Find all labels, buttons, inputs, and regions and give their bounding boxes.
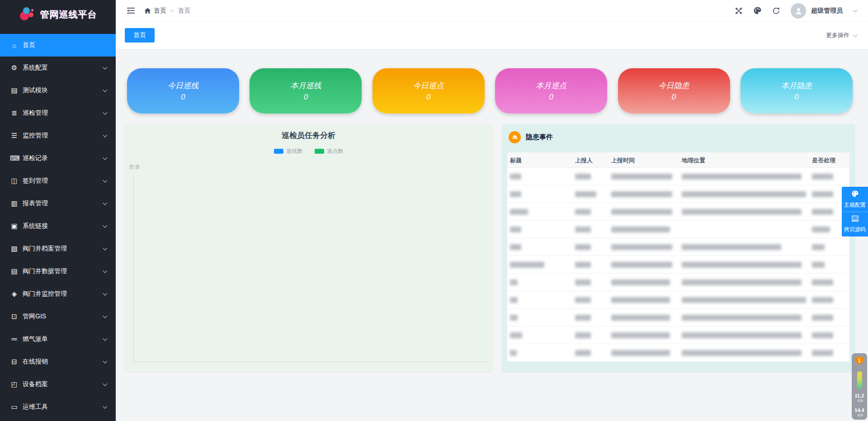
chevron-down-icon xyxy=(103,223,107,228)
redacted-cell xyxy=(682,262,802,268)
redacted-cell xyxy=(611,244,672,250)
redacted-cell xyxy=(575,227,591,232)
sidebar-item-report-mgmt[interactable]: ▥报表管理 xyxy=(0,192,116,215)
table-row[interactable] xyxy=(507,185,849,203)
redacted-cell xyxy=(812,350,833,356)
sidebar-item-system-links[interactable]: ▣系统链接 xyxy=(0,215,116,237)
user-menu-chevron-icon[interactable] xyxy=(853,8,858,12)
stat-card-value: 0 xyxy=(794,93,798,102)
archive-icon: ▤ xyxy=(10,86,19,95)
sidebar-item-device-archive[interactable]: ◰设备档案 xyxy=(0,373,116,396)
sidebar-item-ops-tools[interactable]: ▭运维工具 xyxy=(0,396,116,418)
stat-card-label: 今日巡点 xyxy=(413,80,444,91)
cube-icon: ▣ xyxy=(10,222,19,230)
table-row[interactable] xyxy=(507,168,849,185)
sidebar-item-label: 系统配置 xyxy=(23,64,48,72)
floating-button-label: 拷贝源码 xyxy=(844,226,866,233)
sidebar-item-label: 燃气派单 xyxy=(23,335,48,343)
sidebar-item-inspection-records[interactable]: ⌨巡检记录 xyxy=(0,147,116,170)
column-header: 标题 xyxy=(510,156,522,165)
table-row[interactable] xyxy=(507,203,849,221)
redacted-cell xyxy=(575,191,596,197)
book-icon: ◫ xyxy=(10,177,19,185)
copy-source-button[interactable]: 拷贝源码 xyxy=(842,212,868,237)
sidebar-item-label: 测试模块 xyxy=(23,86,48,95)
chevron-down-icon xyxy=(103,110,107,115)
table-row[interactable] xyxy=(507,344,849,362)
table-row[interactable] xyxy=(507,221,849,238)
net-speed-widget[interactable]: 1 11.2 ↑K/s 14.4 ↓K/s xyxy=(852,353,867,420)
logo-icon xyxy=(19,6,35,23)
fullscreen-icon[interactable] xyxy=(735,7,743,15)
redacted-cell xyxy=(611,191,672,197)
redacted-cell xyxy=(510,315,518,321)
laptop-icon: ⌨ xyxy=(10,154,19,162)
stat-card-label: 今日隐患 xyxy=(659,80,689,91)
order-list-icon: ≔ xyxy=(10,335,19,343)
redacted-cell xyxy=(611,174,672,180)
sidebar-item-system-config[interactable]: ⚙系统配置 xyxy=(0,57,116,79)
sidebar-item-checkin-mgmt[interactable]: ◫签到管理 xyxy=(0,170,116,192)
archive-icon: ▤ xyxy=(10,267,19,275)
download-speed: 14.4 ↓K/s xyxy=(854,407,864,417)
breadcrumb-current[interactable]: 首页 xyxy=(178,7,191,15)
redacted-cell xyxy=(812,262,825,268)
legend-item[interactable]: 巡点数 xyxy=(315,147,344,155)
table-row[interactable] xyxy=(507,309,849,326)
sidebar-item-gas-dispatch[interactable]: ≔燃气派单 xyxy=(0,328,116,350)
redacted-cell xyxy=(510,279,518,285)
avatar[interactable] xyxy=(791,3,806,19)
sidebar-item-pipeline-gis[interactable]: ⊡管网GIS xyxy=(0,305,116,328)
home-icon: ⌂ xyxy=(10,42,19,49)
redacted-cell xyxy=(611,262,672,268)
refresh-icon[interactable] xyxy=(772,7,780,15)
stat-card: 今日隐患0 xyxy=(618,68,730,114)
hazard-events-panel: 隐患事件 标题上报人上报时间地理位置是否处理 xyxy=(502,124,855,372)
stat-card: 本月巡点0 xyxy=(495,68,607,114)
table-row[interactable] xyxy=(507,238,849,256)
chevron-down-icon xyxy=(103,382,107,386)
chart-legend: 巡线数巡点数 xyxy=(125,147,492,155)
table-row[interactable] xyxy=(507,326,849,344)
redacted-cell xyxy=(682,191,806,197)
sidebar-item-label: 系统链接 xyxy=(23,222,48,230)
table-row[interactable] xyxy=(507,256,849,274)
redacted-cell xyxy=(575,332,591,338)
more-actions-button[interactable]: 更多操作 xyxy=(826,31,856,39)
chevron-down-icon xyxy=(103,178,107,183)
legend-item[interactable]: 巡线数 xyxy=(274,147,303,155)
redacted-cell xyxy=(611,227,670,232)
chart-y-axis-label: 数量 xyxy=(129,163,140,171)
legend-swatch xyxy=(274,149,283,154)
app-logo[interactable]: 管网巡线平台 xyxy=(0,0,116,29)
table-row[interactable] xyxy=(507,274,849,291)
theme-config-button[interactable]: 主题配置 xyxy=(842,187,868,212)
gear-icon: ⚙ xyxy=(10,64,19,72)
tab-home[interactable]: 首页 xyxy=(125,28,155,43)
sidebar-item-valve-well-monitor[interactable]: ◈阀门井监控管理 xyxy=(0,283,116,305)
sidebar-item-monitor-mgmt[interactable]: ☰监控管理 xyxy=(0,124,116,147)
breadcrumb-home[interactable]: 首页 xyxy=(144,7,166,15)
list-icon: ☰ xyxy=(10,132,19,140)
chart-x-axis-line xyxy=(133,362,489,362)
sidebar-item-label: 报表管理 xyxy=(23,199,48,208)
sidebar-item-home[interactable]: ⌂首页 xyxy=(0,34,116,57)
sidebar-item-valve-well-data[interactable]: ▤阀门井数据管理 xyxy=(0,260,116,283)
redacted-cell xyxy=(575,350,591,356)
sidebar-item-valve-well-archive[interactable]: ▧阀门井档案管理 xyxy=(0,237,116,260)
redacted-cell xyxy=(682,297,806,303)
page-content: 今日巡线0本月巡线0今日巡点0本月巡点0今日隐患0本月隐患0 巡检员任务分析 巡… xyxy=(116,49,868,372)
collapse-menu-icon[interactable] xyxy=(127,7,135,14)
theme-palette-icon[interactable] xyxy=(753,6,762,15)
floating-tools: 主题配置拷贝源码 xyxy=(842,187,868,237)
chart-y-axis-line xyxy=(133,176,134,362)
sidebar-item-inspection-mgmt[interactable]: ≣巡检管理 xyxy=(0,102,116,124)
user-name[interactable]: 超级管理员 xyxy=(811,7,843,15)
sidebar-item-online-expense[interactable]: ⊟在线报销 xyxy=(0,350,116,373)
sidebar-item-test-module[interactable]: ▤测试模块 xyxy=(0,79,116,102)
stat-card-label: 本月巡线 xyxy=(290,80,321,91)
table-row[interactable] xyxy=(507,291,849,309)
column-header: 上报时间 xyxy=(611,156,635,165)
sidebar-item-label: 管网GIS xyxy=(23,312,46,321)
redacted-cell xyxy=(812,279,833,285)
